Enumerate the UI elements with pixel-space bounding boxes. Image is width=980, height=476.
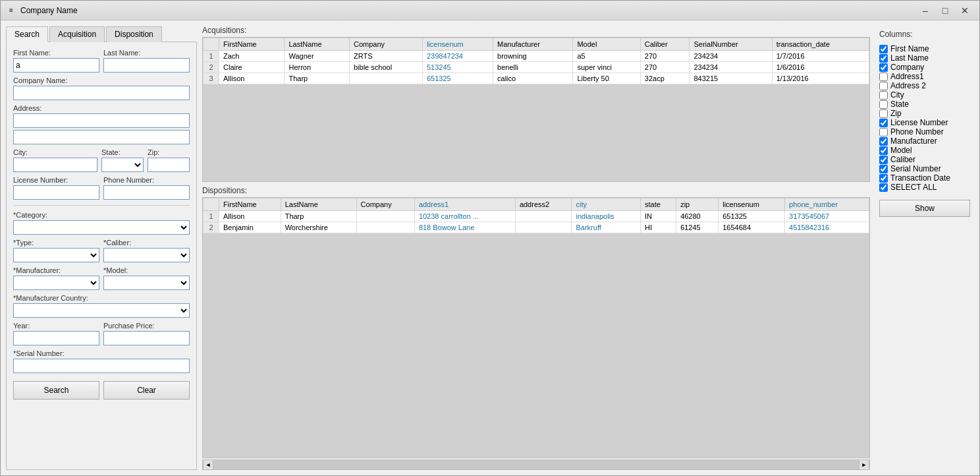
acq-col-lastname[interactable]: LastName	[285, 38, 350, 51]
acq-col-model[interactable]: Model	[573, 38, 640, 51]
serial-number-input[interactable]	[13, 359, 190, 373]
company-name-input[interactable]	[13, 86, 190, 100]
horizontal-scrollbar[interactable]: ◄ ►	[202, 460, 870, 470]
purchase-price-input[interactable]	[103, 331, 190, 345]
address1-input[interactable]	[13, 113, 190, 128]
table-row[interactable]: 1 Zach Wagner ZRTS 239847234 browning a5…	[204, 51, 869, 62]
acq-col-licensenum[interactable]: licensenum	[422, 38, 493, 51]
model-select[interactable]	[103, 276, 190, 290]
table-row[interactable]: 2 Claire Herron bible school 513245 bene…	[204, 62, 869, 73]
type-caliber-row: *Type: *Caliber:	[13, 239, 190, 262]
acq-col-serialnumber[interactable]: SerialNumber	[690, 38, 772, 51]
column-checkbox[interactable]	[879, 146, 888, 155]
manufacturer-select[interactable]	[13, 276, 99, 290]
dispositions-table-container[interactable]: FirstName LastName Company address1 addr…	[202, 197, 870, 458]
scroll-right-arrow[interactable]: ►	[859, 460, 869, 470]
tab-disposition[interactable]: Disposition	[106, 26, 162, 42]
scroll-left-arrow[interactable]: ◄	[203, 460, 213, 470]
tab-search[interactable]: Search	[6, 26, 48, 42]
category-group: *Category:	[13, 211, 190, 235]
table-row[interactable]: 1 Allison Tharp 10238 carrollton ... ind…	[204, 211, 869, 222]
cell-city[interactable]: Barkruff	[572, 222, 640, 233]
category-select[interactable]	[13, 220, 190, 235]
cell-licensenum[interactable]: 513245	[422, 62, 493, 73]
caliber-group: *Caliber:	[103, 239, 190, 262]
disp-col-company[interactable]: Company	[356, 198, 414, 211]
caliber-select[interactable]	[103, 248, 190, 262]
cell-licensenum[interactable]: 651325	[422, 73, 493, 84]
acq-col-company[interactable]: Company	[349, 38, 422, 51]
disp-col-address1[interactable]: address1	[414, 198, 515, 211]
columns-title: Columns:	[879, 30, 970, 39]
cell-manufacturer: benelli	[493, 62, 573, 73]
acq-col-firstname[interactable]: FirstName	[219, 38, 285, 51]
column-checkbox[interactable]	[879, 128, 888, 136]
dispositions-section: Dispositions: FirstName LastName Company…	[202, 186, 870, 470]
acq-col-caliber[interactable]: Caliber	[640, 38, 690, 51]
table-row[interactable]: 2 Benjamin Worchershire 818 Bowow Lane B…	[204, 222, 869, 233]
type-select[interactable]	[13, 248, 99, 262]
row-number: 1	[204, 211, 219, 222]
column-checkbox[interactable]	[879, 63, 888, 72]
cell-address1[interactable]: 818 Bowow Lane	[414, 222, 515, 233]
phone-number-input[interactable]	[103, 185, 190, 200]
column-checkbox-row: Address 2	[879, 81, 970, 90]
cell-zip: 46280	[676, 211, 719, 222]
column-checkbox[interactable]	[879, 174, 888, 183]
disp-col-phone-number[interactable]: phone_number	[785, 198, 869, 211]
cell-phone-number[interactable]: 4515842316	[785, 222, 869, 233]
acq-col-transaction-date[interactable]: transaction_date	[772, 38, 869, 51]
column-checkbox-label: Model	[890, 146, 912, 155]
acquisitions-table-container[interactable]: FirstName LastName Company licensenum Ma…	[202, 37, 870, 182]
cell-phone-number[interactable]: 3173545067	[785, 211, 869, 222]
state-select[interactable]	[101, 158, 144, 172]
first-name-input[interactable]	[13, 58, 99, 73]
city-input[interactable]	[13, 158, 97, 172]
column-checkbox[interactable]	[879, 73, 888, 81]
search-button[interactable]: Search	[13, 381, 99, 400]
column-checkbox[interactable]	[879, 109, 888, 118]
clear-button[interactable]: Clear	[103, 381, 190, 400]
zip-group: Zip:	[148, 148, 190, 172]
column-checkbox[interactable]	[879, 156, 888, 164]
scroll-track[interactable]	[213, 460, 859, 469]
column-checkbox[interactable]	[879, 82, 888, 90]
cell-serialnumber: 843215	[690, 73, 772, 84]
show-button[interactable]: Show	[879, 200, 970, 217]
cell-firstname: Allison	[219, 73, 285, 84]
column-checkbox[interactable]	[879, 183, 888, 192]
cell-address1[interactable]: 10238 carrollton ...	[414, 211, 515, 222]
disp-col-firstname[interactable]: FirstName	[219, 198, 281, 211]
table-row[interactable]: 3 Allison Tharp 651325 calico Liberty 50…	[204, 73, 869, 84]
disp-col-address2[interactable]: address2	[515, 198, 572, 211]
year-input[interactable]	[13, 331, 99, 345]
column-checkbox[interactable]	[879, 54, 888, 63]
column-checkbox-row: Zip	[879, 109, 970, 118]
address2-input[interactable]	[13, 130, 190, 144]
column-checkbox[interactable]	[879, 45, 888, 53]
disp-col-state[interactable]: state	[640, 198, 676, 211]
disp-col-licensenum[interactable]: licensenum	[719, 198, 785, 211]
column-checkbox[interactable]	[879, 100, 888, 109]
manufacturer-country-select[interactable]	[13, 303, 190, 318]
disp-col-lastname[interactable]: LastName	[281, 198, 356, 211]
tab-acquisition[interactable]: Acquisition	[49, 26, 105, 42]
last-name-input[interactable]	[103, 58, 190, 73]
disp-col-city[interactable]: city	[572, 198, 640, 211]
disp-col-zip[interactable]: zip	[676, 198, 719, 211]
column-checkbox[interactable]	[879, 165, 888, 173]
column-checkbox[interactable]	[879, 137, 888, 146]
column-checkbox[interactable]	[879, 91, 888, 100]
minimize-button[interactable]: –	[916, 3, 935, 18]
license-number-input[interactable]	[13, 185, 99, 200]
column-checkbox[interactable]	[879, 119, 888, 127]
cell-firstname: Allison	[219, 211, 281, 222]
cell-city[interactable]: indianapolis	[572, 211, 640, 222]
cell-licensenum[interactable]: 239847234	[422, 51, 493, 62]
main-area: Acquisitions: FirstName LastName Company…	[202, 26, 870, 470]
close-button[interactable]: ✕	[956, 3, 974, 18]
zip-input[interactable]	[148, 158, 190, 172]
city-group: City:	[13, 148, 97, 172]
maximize-button[interactable]: □	[936, 3, 954, 18]
acq-col-manufacturer[interactable]: Manufacturer	[493, 38, 573, 51]
